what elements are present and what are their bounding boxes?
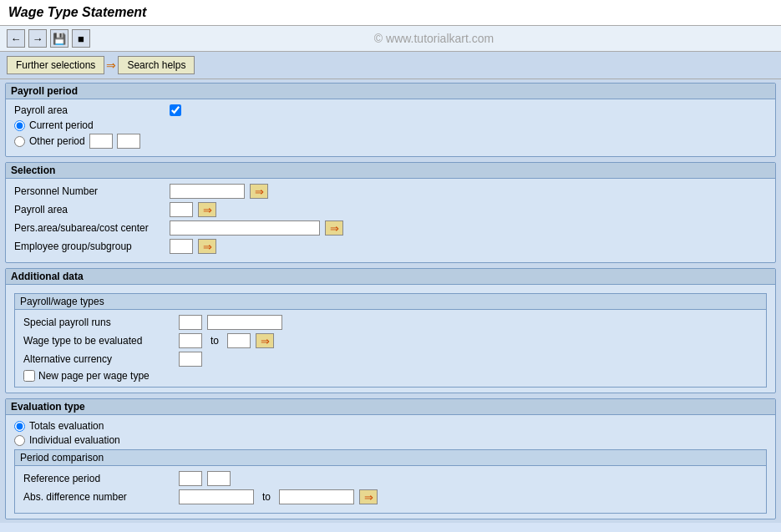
personnel-number-input[interactable] (170, 184, 245, 199)
employee-group-row: Employee group/subgroup ⇒ (14, 239, 767, 254)
payroll-area-arrow-btn[interactable]: ⇒ (198, 202, 216, 217)
special-payroll-row: Special payroll runs (23, 315, 758, 330)
payroll-area-sel-label: Payroll area (14, 204, 165, 215)
wage-type-arrow-btn[interactable]: ⇒ (256, 333, 274, 348)
payroll-area-label: Payroll area (14, 104, 165, 116)
new-page-row: New page per wage type (23, 370, 758, 382)
totals-eval-label: Totals evaluation (29, 420, 104, 432)
wage-type-eval-row: Wage type to be evaluated to ⇒ (23, 333, 758, 348)
payroll-period-title: Payroll period (6, 84, 775, 99)
abs-diff-arrow-btn[interactable]: ⇒ (359, 489, 378, 504)
special-payroll-label: Special payroll runs (23, 317, 174, 328)
abs-diff-row: Abs. difference number to ⇒ (23, 489, 758, 504)
payroll-area-checkbox[interactable] (170, 104, 181, 116)
pers-area-arrow-btn[interactable]: ⇒ (325, 220, 343, 236)
pers-area-label: Pers.area/subarea/cost center (14, 222, 165, 234)
totals-eval-row: Totals evaluation (14, 420, 767, 432)
wage-type-from-input[interactable] (179, 333, 202, 348)
toolbar: ← → 💾 ■ © www.tutorialkart.com (0, 26, 781, 52)
totals-eval-radio[interactable] (14, 421, 25, 432)
alternative-currency-label: Alternative currency (23, 353, 174, 365)
payroll-wage-types-subsection: Payroll/wage types Special payroll runs … (14, 293, 767, 388)
other-period-label: Other period (29, 135, 85, 147)
watermark-text: © www.tutorialkart.com (94, 32, 774, 45)
personnel-number-row: Personnel Number ⇒ (14, 184, 767, 199)
selection-body: Personnel Number ⇒ Payroll area ⇒ Pers.a… (6, 179, 775, 262)
main-content: Payroll period Payroll area Current peri… (0, 79, 781, 523)
other-period-radio[interactable] (14, 136, 25, 147)
other-period-row: Other period (14, 134, 767, 149)
search-helps-button[interactable]: Search helps (118, 56, 195, 74)
other-period-input2[interactable] (117, 134, 140, 149)
additional-data-body: Payroll/wage types Special payroll runs … (6, 285, 775, 393)
current-period-row: Current period (14, 119, 767, 131)
payroll-period-body: Payroll area Current period Other period (6, 99, 775, 156)
to-label: to (210, 335, 219, 347)
arrow-separator-icon: ⇒ (106, 58, 116, 72)
evaluation-type-section: Evaluation type Totals evaluation Indivi… (5, 398, 776, 519)
title-bar: Wage Type Statement (0, 0, 781, 26)
individual-eval-row: Individual evaluation (14, 434, 767, 446)
personnel-number-label: Personnel Number (14, 185, 165, 197)
payroll-wage-types-title: Payroll/wage types (15, 294, 766, 310)
employee-group-input[interactable] (170, 239, 193, 254)
employee-group-arrow-btn[interactable]: ⇒ (198, 239, 216, 254)
individual-eval-radio[interactable] (14, 435, 25, 446)
special-payroll-input2[interactable] (207, 315, 282, 330)
evaluation-type-body: Totals evaluation Individual evaluation … (6, 415, 775, 519)
period-comparison-body: Reference period Abs. difference number … (15, 466, 766, 513)
selection-section: Selection Personnel Number ⇒ Payroll are… (5, 162, 776, 263)
selection-title: Selection (6, 163, 775, 179)
special-payroll-input1[interactable] (179, 315, 202, 330)
wage-type-eval-label: Wage type to be evaluated (23, 335, 174, 347)
save-icon[interactable]: 💾 (50, 29, 68, 48)
alternative-currency-input[interactable] (179, 352, 202, 367)
abs-diff-input[interactable] (179, 489, 254, 504)
forward-icon[interactable]: → (28, 29, 47, 48)
wage-type-to-input[interactable] (227, 333, 251, 348)
additional-data-title: Additional data (6, 269, 775, 285)
page-title: Wage Type Statement (8, 5, 773, 20)
back-icon[interactable]: ← (7, 29, 25, 48)
personnel-number-arrow-btn[interactable]: ⇒ (250, 184, 268, 199)
abs-diff-to-label: to (262, 491, 271, 503)
abs-diff-label: Abs. difference number (23, 491, 174, 503)
payroll-area-row: Payroll area (14, 104, 767, 116)
alternative-currency-row: Alternative currency (23, 352, 758, 367)
evaluation-type-title: Evaluation type (6, 399, 775, 415)
exit-icon[interactable]: ■ (72, 29, 90, 48)
employee-group-label: Employee group/subgroup (14, 241, 165, 252)
current-period-radio[interactable] (14, 120, 25, 131)
pers-area-input[interactable] (170, 220, 320, 236)
reference-period-input1[interactable] (179, 471, 202, 486)
reference-period-input2[interactable] (207, 471, 231, 486)
abs-diff-to-input[interactable] (279, 489, 354, 504)
payroll-wage-types-body: Special payroll runs Wage type to be eva… (15, 310, 766, 387)
current-period-label: Current period (29, 119, 94, 131)
new-page-checkbox[interactable] (23, 370, 35, 382)
reference-period-row: Reference period (23, 471, 758, 486)
individual-eval-label: Individual evaluation (29, 434, 120, 446)
payroll-area-sel-row: Payroll area ⇒ (14, 202, 767, 217)
payroll-period-section: Payroll period Payroll area Current peri… (5, 83, 776, 157)
further-selections-button[interactable]: Further selections (7, 56, 104, 74)
button-bar: Further selections ⇒ Search helps (0, 52, 781, 79)
new-page-label: New page per wage type (38, 370, 150, 382)
additional-data-section: Additional data Payroll/wage types Speci… (5, 268, 776, 393)
reference-period-label: Reference period (23, 473, 174, 484)
period-comparison-title: Period comparison (15, 450, 766, 466)
payroll-area-sel-input[interactable] (170, 202, 193, 217)
period-comparison-subsection: Period comparison Reference period Abs. … (14, 449, 767, 514)
pers-area-row: Pers.area/subarea/cost center ⇒ (14, 220, 767, 236)
other-period-input1[interactable] (89, 134, 113, 149)
